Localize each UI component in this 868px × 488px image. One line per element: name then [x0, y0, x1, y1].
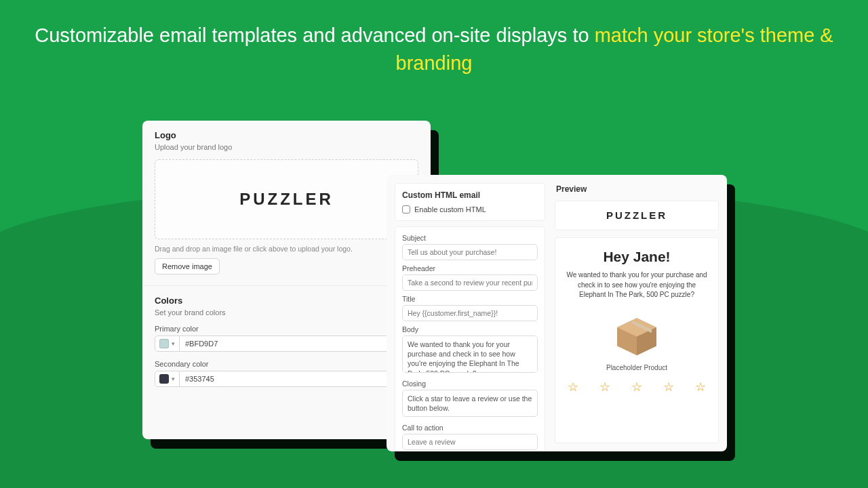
primary-swatch-icon [159, 339, 169, 348]
custom-html-panel: Custom HTML email Enable custom HTML [395, 183, 545, 221]
package-icon [612, 315, 661, 357]
preview-header: Preview [555, 183, 719, 201]
custom-html-title: Custom HTML email [402, 190, 538, 200]
star-icon[interactable]: ☆ [568, 380, 578, 394]
preview-star-row: ☆ ☆ ☆ ☆ ☆ [564, 380, 710, 394]
checkbox-icon [402, 205, 410, 214]
enable-custom-html-checkbox[interactable]: Enable custom HTML [402, 205, 538, 214]
primary-color-input[interactable] [180, 336, 418, 352]
preview-body-text: We wanted to thank you for your purchase… [566, 270, 708, 300]
cta-label: Call to action [402, 424, 538, 432]
body-label: Body [402, 325, 538, 333]
body-input[interactable]: We wanted to thank you for your purchase… [402, 336, 538, 373]
colors-section-title: Colors [155, 296, 418, 306]
chevron-down-icon: ▾ [172, 340, 175, 347]
secondary-swatch-icon [159, 374, 169, 384]
cta-input[interactable] [402, 434, 538, 450]
star-icon[interactable]: ☆ [663, 380, 674, 394]
headline-text: Customizable email templates and advance… [35, 24, 594, 46]
enable-custom-html-label: Enable custom HTML [414, 205, 486, 214]
primary-color-picker[interactable]: ▾ [155, 336, 180, 352]
star-icon[interactable]: ☆ [599, 380, 610, 394]
preheader-input[interactable] [402, 274, 538, 291]
title-input[interactable] [402, 305, 538, 321]
title-label: Title [402, 295, 538, 303]
secondary-color-row: ▾ [155, 371, 418, 387]
logo-dropzone[interactable]: PUZZLER [155, 159, 418, 239]
preview-logo-block: PUZZLER [555, 201, 719, 230]
chevron-down-icon: ▾ [172, 375, 175, 382]
logo-section-subtitle: Upload your brand logo [155, 143, 418, 151]
secondary-color-label: Secondary color [155, 360, 418, 368]
email-form-column: Custom HTML email Enable custom HTML Sub… [395, 183, 545, 443]
preview-brand-logo: PUZZLER [606, 209, 667, 221]
preview-body-block: Hey Jane! We wanted to thank you for you… [555, 237, 719, 443]
closing-input[interactable]: Click a star to leave a review or use th… [402, 390, 538, 417]
brand-logo: PUZZLER [239, 190, 334, 209]
preview-title: Hey Jane! [603, 249, 670, 265]
page-headline: Customizable email templates and advance… [0, 0, 868, 77]
colors-section-subtitle: Set your brand colors [155, 308, 418, 317]
logo-section-title: Logo [155, 130, 418, 140]
star-icon[interactable]: ☆ [695, 380, 706, 394]
secondary-color-input[interactable] [180, 371, 418, 387]
email-preview-column: Preview PUZZLER Hey Jane! We wanted to t… [555, 183, 719, 443]
closing-label: Closing [402, 380, 538, 388]
subject-label: Subject [402, 234, 538, 242]
star-icon[interactable]: ☆ [631, 380, 642, 394]
logo-help-text: Drag and drop an image file or click abo… [155, 245, 418, 253]
subject-input[interactable] [402, 244, 538, 260]
preheader-label: Preheader [402, 264, 538, 272]
secondary-color-picker[interactable]: ▾ [155, 371, 180, 387]
email-card: Custom HTML email Enable custom HTML Sub… [387, 175, 727, 451]
email-fields-panel: Subject Preheader Title Body We wanted t… [395, 226, 545, 451]
remove-image-button[interactable]: Remove image [155, 258, 220, 274]
primary-color-row: ▾ [155, 336, 418, 352]
primary-color-label: Primary color [155, 325, 418, 333]
preview-product-name: Placeholder Product [606, 364, 667, 371]
